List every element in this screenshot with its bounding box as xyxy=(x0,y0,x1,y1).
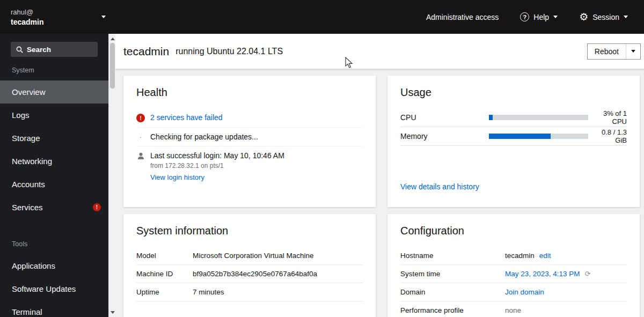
usage-card-title: Usage xyxy=(400,86,627,99)
edit-hostname-link[interactable]: edit xyxy=(539,252,551,260)
user-name: rahul@ xyxy=(11,8,43,16)
search-input[interactable] xyxy=(27,46,86,54)
view-login-history-link[interactable]: View login history xyxy=(150,173,204,181)
clock-sync-icon: ⟳ xyxy=(585,270,591,278)
scroll-down-icon[interactable] xyxy=(109,308,116,316)
help-icon: ? xyxy=(520,12,529,21)
administrative-access-label: Administrative access xyxy=(426,13,499,21)
sidebar-item-storage[interactable]: Storage xyxy=(0,127,108,150)
hostname-row: Hostname tecadmin edit xyxy=(400,247,627,265)
services-failed-badge-icon: ! xyxy=(93,203,101,211)
package-updates-text: Checking for package updates... xyxy=(150,132,258,141)
chevron-down-icon xyxy=(624,16,628,18)
search-box[interactable] xyxy=(11,42,98,57)
failed-services-link[interactable]: 2 services have failed xyxy=(150,113,223,122)
memory-usage-row: Memory 0.8 / 1.3 GiB xyxy=(400,127,627,146)
sidebar-item-overview[interactable]: Overview xyxy=(0,80,108,104)
domain-row: Domain Join domain xyxy=(400,283,627,301)
memory-progress-bar xyxy=(489,134,588,139)
performance-profile-value: none xyxy=(505,306,521,314)
gear-icon: ⚙ xyxy=(579,12,588,22)
nav-section-system: System Overview Logs Storage Networking … xyxy=(0,67,108,219)
cpu-progress-bar xyxy=(489,115,588,120)
join-domain-link[interactable]: Join domain xyxy=(505,288,544,296)
health-card: Health ! 2 services have failed · Checki… xyxy=(123,76,376,207)
model-row: Model Microsoft Corporation Virtual Mach… xyxy=(136,247,363,265)
sidebar-item-networking[interactable]: Networking xyxy=(0,150,108,173)
scrollbar-thumb[interactable] xyxy=(110,43,115,89)
host-name: tecadmin xyxy=(11,18,43,26)
sidebar-item-software-updates[interactable]: Software Updates xyxy=(0,277,108,300)
user-menu-button[interactable]: rahul@ tecadmin xyxy=(0,0,115,34)
session-menu-button[interactable]: ⚙ Session xyxy=(579,12,628,22)
configuration-title: Configuration xyxy=(400,225,627,237)
system-information-card: System information Model Microsoft Corpo… xyxy=(123,214,376,317)
help-label: Help xyxy=(533,13,549,21)
health-card-title: Health xyxy=(136,86,363,99)
main-area: tecadmin running Ubuntu 22.04.1 LTS Rebo… xyxy=(115,34,644,317)
reboot-dropdown-toggle[interactable] xyxy=(626,44,640,59)
package-updates-item: · Checking for package updates... xyxy=(136,128,363,146)
section-label-tools: Tools xyxy=(12,240,108,248)
system-time-link[interactable]: May 23, 2023, 4:13 PM xyxy=(505,270,580,278)
configuration-card: Configuration Hostname tecadmin edit Sys… xyxy=(387,214,640,317)
memory-label: Memory xyxy=(400,132,489,141)
usage-card: Usage CPU 3% of 1 CPU Memory 0.8 / 1.3 G… xyxy=(387,76,640,207)
cpu-usage-row: CPU 3% of 1 CPU xyxy=(400,108,627,127)
cpu-label: CPU xyxy=(400,113,489,122)
last-login-text: Last successful login: May 10, 10:46 AM xyxy=(150,151,284,160)
scroll-up-icon[interactable] xyxy=(109,35,116,42)
chevron-down-icon xyxy=(553,16,558,18)
model-value: Microsoft Corporation Virtual Machine xyxy=(193,252,314,260)
exclamation-circle-icon: ! xyxy=(136,114,145,122)
cpu-value: 3% of 1 CPU xyxy=(588,109,627,126)
chevron-down-icon xyxy=(101,16,106,18)
system-information-title: System information xyxy=(136,225,363,237)
administrative-access-button[interactable]: Administrative access xyxy=(426,13,499,21)
performance-profile-row: Performance profile none xyxy=(400,301,627,317)
uptime-value: 7 minutes xyxy=(193,288,224,296)
search-icon xyxy=(16,46,23,53)
chevron-down-icon xyxy=(631,50,635,53)
sidebar-item-logs[interactable]: Logs xyxy=(0,104,108,127)
sidebar-item-applications[interactable]: Applications xyxy=(0,254,108,277)
memory-value: 0.8 / 1.3 GiB xyxy=(588,128,627,144)
page-title: tecadmin xyxy=(123,45,169,58)
section-label-system: System xyxy=(12,67,108,74)
system-time-row: System time May 23, 2023, 4:13 PM ⟳ xyxy=(400,265,627,283)
page-header: tecadmin running Ubuntu 22.04.1 LTS Rebo… xyxy=(115,34,644,69)
session-label: Session xyxy=(592,13,619,21)
bullet-icon: · xyxy=(136,132,145,141)
machine-id-row: Machine ID bf9a052b7b384ec2905e0767a64ba… xyxy=(136,265,363,283)
nav-section-tools: Tools Applications Software Updates Term… xyxy=(0,240,108,317)
sidebar-item-accounts[interactable]: Accounts xyxy=(0,173,108,196)
login-from-text: from 172.28.32.1 on pts/1 xyxy=(150,162,284,169)
sidebar-scrollbar[interactable] xyxy=(108,34,115,317)
last-login-item: Last successful login: May 10, 10:46 AM … xyxy=(136,146,363,186)
sidebar: System Overview Logs Storage Networking … xyxy=(0,34,115,317)
hostname-value: tecadmin xyxy=(505,252,535,260)
masthead: rahul@ tecadmin Administrative access ? … xyxy=(0,0,644,34)
uptime-row: Uptime 7 minutes xyxy=(136,283,363,301)
reboot-button[interactable]: Reboot xyxy=(588,44,626,59)
sidebar-item-terminal[interactable]: Terminal xyxy=(0,300,108,317)
help-menu-button[interactable]: ? Help xyxy=(520,12,558,21)
failed-services-item: ! 2 services have failed xyxy=(136,108,363,128)
user-icon xyxy=(136,152,145,159)
os-subtitle: running Ubuntu 22.04.1 LTS xyxy=(175,47,283,56)
machine-id-value: bf9a052b7b384ec2905e0767a64baf0a xyxy=(193,270,317,278)
view-details-history-link[interactable]: View details and history xyxy=(400,182,479,191)
reboot-split-button[interactable]: Reboot xyxy=(587,43,641,60)
sidebar-item-services[interactable]: Services ! xyxy=(0,196,108,219)
